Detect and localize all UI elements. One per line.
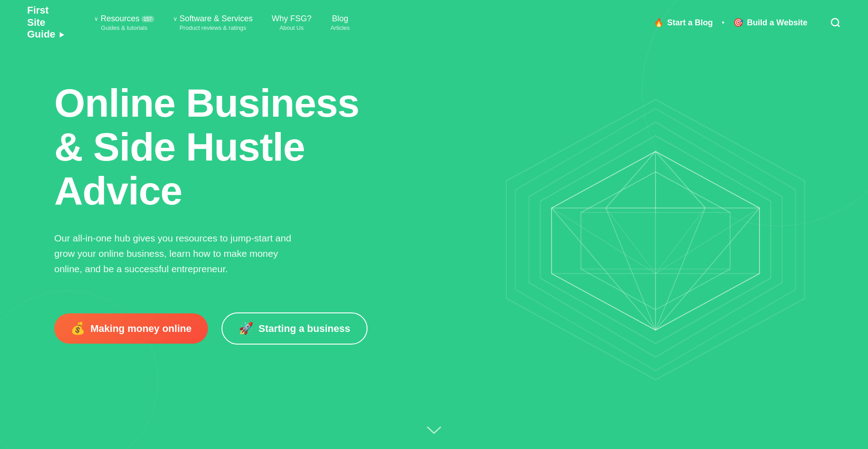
- hero-title-line2: & Side Hustle Advice: [54, 124, 305, 213]
- nav-blog-sub: Articles: [330, 24, 350, 31]
- logo[interactable]: FirstSiteGuide: [27, 5, 64, 40]
- svg-line-22: [656, 208, 760, 274]
- cta-build-website-label: Build a Website: [747, 18, 807, 28]
- hero-title-line1: Online Business: [54, 80, 359, 125]
- target-icon: 🎯: [733, 18, 743, 28]
- main-nav: ∨ Resources157 Guides & tutorials ∨ Soft…: [87, 10, 841, 35]
- svg-line-26: [552, 274, 656, 330]
- cta-start-blog[interactable]: 🔥 Start a Blog: [654, 18, 713, 28]
- svg-point-0: [831, 19, 839, 26]
- svg-line-20: [656, 208, 705, 274]
- nav-item-whyfsg[interactable]: Why FSG? About Us: [264, 10, 319, 35]
- logo-text: FirstSiteGuide: [27, 5, 64, 40]
- money-bag-emoji: 💰: [71, 321, 85, 336]
- nav-item-software[interactable]: ∨ Software & Services Product reviews & …: [166, 10, 260, 35]
- cta-build-website[interactable]: 🎯 Build a Website: [733, 18, 807, 28]
- scroll-indicator[interactable]: [425, 425, 443, 435]
- diamond-svg: [479, 81, 832, 398]
- nav-item-resources[interactable]: ∨ Resources157 Guides & tutorials: [87, 10, 161, 35]
- hero-buttons: 💰 Making money online 🚀 Starting a busin…: [54, 312, 371, 345]
- btn-making-money[interactable]: 💰 Making money online: [54, 313, 208, 344]
- cta-start-blog-label: Start a Blog: [667, 18, 713, 28]
- nav-software-label: Software & Services: [179, 14, 253, 24]
- nav-resources-sub: Guides & tutorials: [101, 24, 147, 31]
- nav-blog-label: Blog: [332, 14, 348, 24]
- hero-section: Online Business & Side Hustle Advice Our…: [0, 45, 868, 398]
- hero-title: Online Business & Side Hustle Advice: [54, 81, 371, 213]
- btn-starting-business[interactable]: 🚀 Starting a business: [222, 312, 368, 345]
- flame-icon: 🔥: [654, 18, 664, 28]
- btn-business-label: Starting a business: [259, 323, 350, 335]
- nav-resources-label: Resources: [100, 14, 139, 24]
- logo-first: FirstSiteGuide: [27, 5, 55, 40]
- rocket-emoji: 🚀: [239, 321, 253, 336]
- nav-item-blog[interactable]: Blog Articles: [323, 10, 357, 35]
- hero-description: Our all-in-one hub gives you resources t…: [54, 231, 294, 276]
- nav-resources-badge: 157: [142, 16, 154, 22]
- diamond-graphic: [479, 81, 832, 398]
- svg-line-1: [838, 25, 840, 27]
- nav-whyfsg-sub: About Us: [279, 24, 303, 31]
- svg-line-19: [606, 208, 656, 274]
- btn-money-label: Making money online: [90, 323, 192, 335]
- hero-content: Online Business & Side Hustle Advice Our…: [54, 81, 371, 345]
- svg-line-27: [656, 274, 760, 330]
- cta-section: 🔥 Start a Blog • 🎯 Build a Website: [654, 18, 807, 28]
- svg-line-21: [552, 208, 656, 274]
- chevron-icon-2: ∨: [173, 15, 178, 22]
- svg-line-33: [656, 172, 730, 213]
- header: FirstSiteGuide ∨ Resources157 Guides & t…: [0, 0, 868, 45]
- nav-whyfsg-label: Why FSG?: [272, 14, 311, 24]
- chevron-icon: ∨: [94, 15, 99, 22]
- nav-software-sub: Product reviews & ratings: [179, 24, 246, 31]
- logo-arrow-icon: [60, 32, 64, 38]
- svg-line-32: [581, 172, 656, 213]
- search-icon[interactable]: [830, 17, 841, 28]
- cta-dot: •: [722, 19, 725, 27]
- scroll-chevron-icon: [425, 425, 443, 435]
- page-wrapper: FirstSiteGuide ∨ Resources157 Guides & t…: [0, 0, 868, 449]
